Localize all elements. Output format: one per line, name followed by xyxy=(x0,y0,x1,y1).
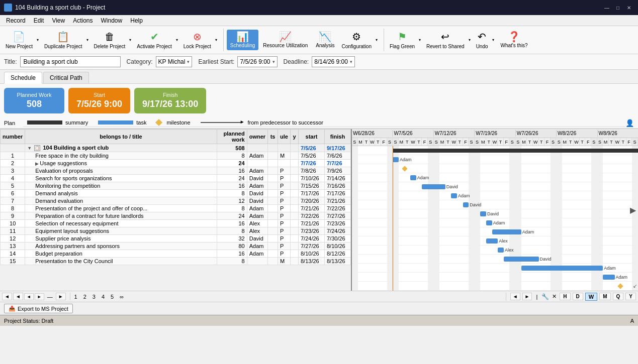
finish-value: 9/17/26 13:00 xyxy=(142,99,198,109)
cell-planned-work: 16 xyxy=(217,167,247,175)
new-project-btn[interactable]: 📄 New Project ▾ xyxy=(3,29,41,51)
day-cell: W xyxy=(574,138,580,146)
table-row[interactable]: 6Demand analysis8DavidP7/17/267/17/26 xyxy=(1,190,351,197)
plan-user-icon[interactable]: 👤 xyxy=(625,119,634,127)
page-4[interactable]: 4 xyxy=(100,293,107,300)
cell-owner xyxy=(247,258,267,265)
title-input[interactable] xyxy=(20,56,121,67)
gantt-nav-left[interactable]: ◄ xyxy=(510,293,520,300)
zoom-h[interactable]: H xyxy=(560,293,570,300)
table-row[interactable]: 9Preparation of a contract for future la… xyxy=(1,212,351,220)
zoom-wrench-icon[interactable]: 🔧 xyxy=(541,293,549,300)
activate-project-btn[interactable]: ✔ Activate Project ▾ xyxy=(134,29,179,51)
zoom-q[interactable]: Q xyxy=(613,293,624,300)
resource-icon: 📈 xyxy=(279,32,292,42)
duplicate-project-btn[interactable]: 📋 Duplicate Project ▾ xyxy=(42,29,90,51)
table-row[interactable]: 11Equipment layout suggestions8AlexP7/23… xyxy=(1,227,351,235)
table-row[interactable]: 8Presentation of the project and offer o… xyxy=(1,205,351,212)
config-icon: ⚙ xyxy=(352,31,361,43)
page-5[interactable]: 5 xyxy=(109,293,116,300)
analysis-btn[interactable]: 📉 Analysis xyxy=(312,30,338,50)
tab-schedule[interactable]: Schedule xyxy=(4,72,42,84)
table-row[interactable]: ▼ 📋 104 Building a sport club5087/5/269/… xyxy=(1,144,351,152)
flag-green-btn[interactable]: ⚑ Flag Green ▾ xyxy=(387,29,423,51)
day-cell: T xyxy=(568,138,574,146)
zoom-d[interactable]: D xyxy=(573,293,583,300)
configuration-btn[interactable]: ⚙ Configuration ▾ xyxy=(339,29,380,51)
table-row[interactable]: 5Monitoring the competition16AdamP7/15/2… xyxy=(1,182,351,190)
scheduling-btn[interactable]: 📊 Scheduling xyxy=(227,30,258,50)
task-bar-icon xyxy=(98,120,133,125)
cell-owner: Adam xyxy=(247,250,267,258)
main-summary-title: 104 Building a sport club xyxy=(43,145,109,151)
delete-project-btn[interactable]: 🗑 Delete Project ▾ xyxy=(92,29,134,51)
zoom-y[interactable]: Y xyxy=(625,293,636,300)
export-ms-project-btn[interactable]: 📤 Export to MS Project xyxy=(4,304,73,313)
menu-help[interactable]: Help xyxy=(126,16,147,25)
nav-scroll-left[interactable]: ◄ xyxy=(24,293,34,300)
table-row[interactable]: 15Presentation to the City Council8M8/13… xyxy=(1,258,351,265)
whats-this-btn[interactable]: ❓ What's this? xyxy=(497,30,531,50)
maximize-button[interactable]: □ xyxy=(613,3,623,13)
day-cell: M xyxy=(562,138,568,146)
cell-start: 7/22/26 xyxy=(299,212,325,220)
day-cell: T xyxy=(580,138,586,146)
resource-utilization-btn[interactable]: 📈 Resource Utilization xyxy=(259,30,311,50)
week-col-2: W7/5/26 xyxy=(393,130,433,137)
cell-title: Selection of necessary equipment xyxy=(25,220,217,227)
day-cell: M xyxy=(521,138,527,146)
menu-window[interactable]: Window xyxy=(97,16,127,25)
day-cell: W xyxy=(410,138,416,146)
nav-prev[interactable]: ◄ xyxy=(13,293,23,300)
page-1[interactable]: 1 xyxy=(72,293,79,300)
close-button[interactable]: ✕ xyxy=(624,3,634,13)
nav-scroll-right[interactable]: ► xyxy=(35,293,44,300)
table-row[interactable]: 10Selection of necessary equipment16Alex… xyxy=(1,220,351,227)
gantt-scroll-right[interactable]: ▶ xyxy=(630,205,636,215)
table-row[interactable]: 7Demand evaluation12DavidP7/20/267/21/26 xyxy=(1,197,351,205)
cell-owner: Adam xyxy=(247,212,267,220)
zoom-m[interactable]: M xyxy=(599,293,610,300)
cell-title: Demand evaluation xyxy=(25,197,217,205)
revert-btn[interactable]: ↩ Revert to Shared ▾ xyxy=(424,29,473,51)
table-row[interactable]: 1Free space in the city building8AdamM7/… xyxy=(1,152,351,160)
menu-edit[interactable]: Edit xyxy=(30,16,48,25)
day-cell: F xyxy=(422,138,428,146)
minimize-button[interactable]: — xyxy=(602,3,612,13)
gantt-row: Adam xyxy=(352,264,638,273)
category-select[interactable]: KP Michal ▾ xyxy=(156,56,193,67)
table-row[interactable]: 12Supplier price analysis32DavidP7/24/26… xyxy=(1,235,351,242)
week-col-7: W8/9/26 xyxy=(598,130,638,137)
cell-ts xyxy=(268,235,278,242)
finish-card: Finish 9/17/26 13:00 xyxy=(134,88,206,113)
day-cell: M xyxy=(439,138,445,146)
finish-label: Finish xyxy=(142,92,198,98)
menu-actions[interactable]: Actions xyxy=(69,16,97,25)
cell-number: 8 xyxy=(1,205,25,212)
table-row[interactable]: 2▶Usage suggestions247/7/267/7/26 xyxy=(1,160,351,167)
nav-first[interactable]: ◄ xyxy=(2,293,12,300)
cell-title: Free space in the city building xyxy=(25,152,217,160)
earliest-start-select[interactable]: 7/5/26 9:00 ▾ xyxy=(237,56,277,67)
lock-project-btn[interactable]: ⊗ Lock Project ▾ xyxy=(181,29,219,51)
menu-record[interactable]: Record xyxy=(2,16,30,25)
table-row[interactable]: 4Search for sports organizations24DavidP… xyxy=(1,175,351,182)
page-2[interactable]: 2 xyxy=(81,293,88,300)
cell-start: 7/21/26 xyxy=(299,220,325,227)
gantt-nav-right[interactable]: ► xyxy=(522,293,532,300)
col-finish: finish xyxy=(325,130,351,144)
nav-right[interactable]: ► xyxy=(56,293,66,300)
table-row[interactable]: 13Addressing partners and sponsors80Adam… xyxy=(1,242,351,250)
deadline-select[interactable]: 8/14/26 9:00 ▾ xyxy=(312,56,355,67)
menu-view[interactable]: View xyxy=(48,16,69,25)
page-inf[interactable]: ∞ xyxy=(118,293,126,300)
cell-title: Preparation of a contract for future lan… xyxy=(25,212,217,220)
page-3[interactable]: 3 xyxy=(90,293,98,300)
table-row[interactable]: 14Budget preparation16AdamP8/10/268/12/2… xyxy=(1,250,351,258)
tab-critical-path[interactable]: Critical Path xyxy=(43,72,89,83)
table-row[interactable]: 3Evaluation of proposals16AdamP7/8/267/9… xyxy=(1,167,351,175)
cell-ule: P xyxy=(278,220,291,227)
zoom-w[interactable]: W xyxy=(585,293,597,301)
cell-title: ▶Usage suggestions xyxy=(25,160,217,167)
undo-btn[interactable]: ↶ Undo ▾ xyxy=(474,29,496,51)
